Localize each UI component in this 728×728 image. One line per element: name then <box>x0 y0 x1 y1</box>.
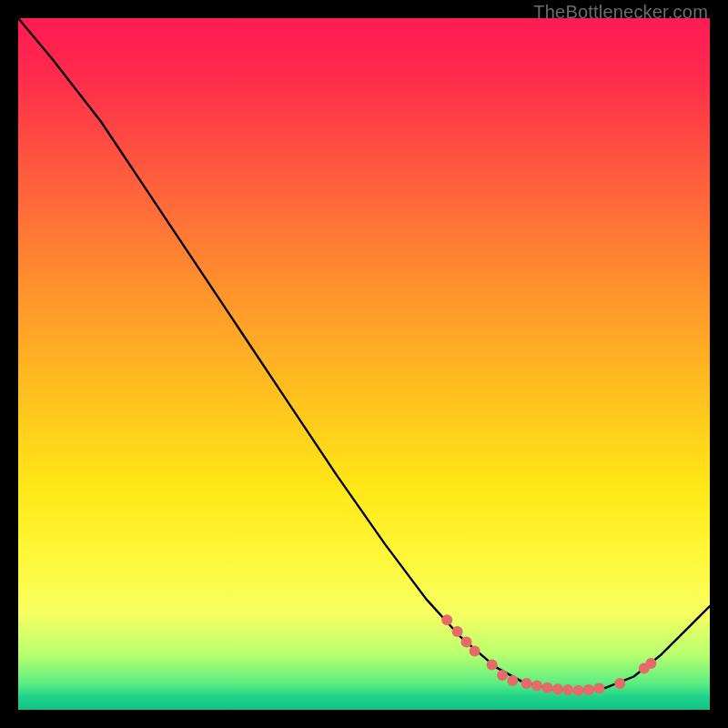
marker-dot <box>461 637 472 648</box>
marker-dot <box>507 675 518 686</box>
marker-dot <box>470 645 480 656</box>
curve-line <box>18 18 710 691</box>
marker-dot <box>593 682 604 693</box>
marker-dot <box>573 685 584 696</box>
marker-dot <box>552 683 563 694</box>
marker-dot <box>497 670 508 681</box>
chart-svg <box>18 18 710 710</box>
marker-dot <box>441 614 452 625</box>
marker-dot <box>531 680 542 691</box>
marker-dot <box>452 626 463 637</box>
marker-dot <box>562 684 573 695</box>
plot-area <box>18 18 710 710</box>
marker-dot <box>645 658 656 669</box>
curve-markers <box>441 614 656 696</box>
marker-dot <box>614 678 625 689</box>
marker-dot <box>541 682 552 693</box>
marker-dot <box>583 684 594 695</box>
marker-dot <box>521 678 532 689</box>
marker-dot <box>487 660 498 671</box>
